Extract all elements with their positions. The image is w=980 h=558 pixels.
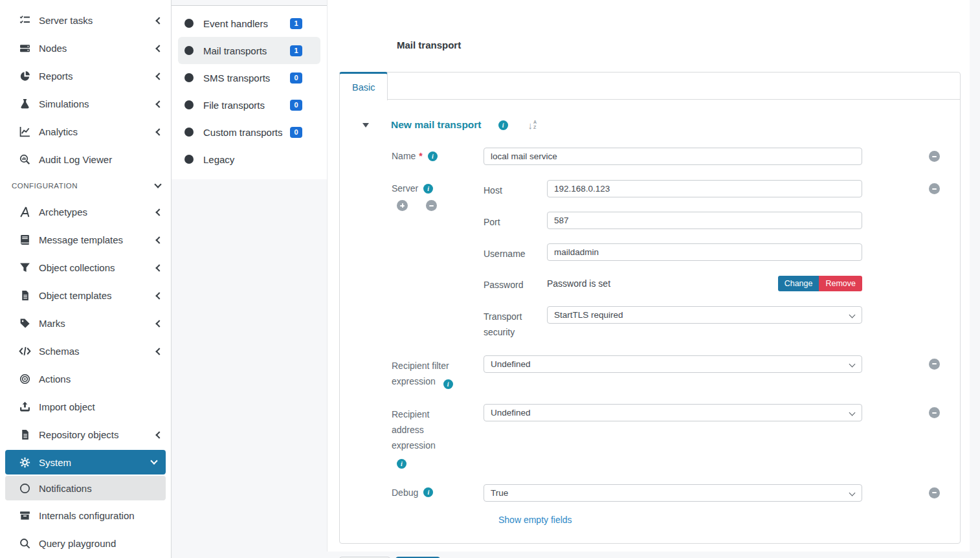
change-password-button[interactable]: Change: [778, 276, 819, 291]
list-item-mail-transports[interactable]: Mail transports 1: [178, 37, 320, 64]
sidebar-item-object-templates[interactable]: Object templates: [0, 282, 171, 309]
sidebar-item-label: Actions: [39, 374, 162, 385]
name-input[interactable]: [484, 148, 862, 165]
bullet-circle-icon: [184, 46, 194, 55]
sidebar-item-marks[interactable]: Marks: [0, 309, 171, 337]
sidebar-item-label: Audit Log Viewer: [39, 154, 162, 165]
username-input[interactable]: [547, 243, 862, 261]
archetype-icon: [18, 206, 31, 218]
upload-icon: [18, 401, 31, 412]
sidebar-item-object-collections[interactable]: Object collections: [0, 254, 171, 282]
sort-az-icon[interactable]: ↓ AZ: [528, 120, 537, 129]
server-label: Server: [392, 183, 418, 194]
sidebar-item-audit-log-viewer[interactable]: Audit Log Viewer: [0, 146, 171, 173]
sidebar-item-query-playground[interactable]: Query playground: [0, 530, 171, 557]
sidebar-item-system[interactable]: System: [5, 450, 166, 474]
remove-password-button[interactable]: Remove: [819, 276, 862, 291]
gear-icon: [18, 457, 31, 468]
info-icon[interactable]: i: [428, 151, 438, 161]
bullet-circle-icon: [184, 128, 194, 137]
tag-icon: [18, 318, 31, 329]
sidebar-item-label: Object templates: [39, 290, 157, 301]
sidebar-item-actions[interactable]: Actions: [0, 365, 171, 393]
sidebar-item-simulations[interactable]: Simulations: [0, 90, 171, 118]
list-item-legacy[interactable]: Legacy: [178, 146, 320, 173]
main-panel: Mail transport Basic New mail transport …: [327, 0, 970, 552]
sidebar-item-label: Object collections: [39, 262, 157, 273]
recipient-address-select[interactable]: Undefined: [484, 404, 862, 421]
sidebar-item-label: Archetypes: [39, 206, 157, 218]
info-icon[interactable]: i: [397, 459, 406, 469]
sidebar-item-label: Marks: [39, 318, 157, 329]
sidebar-item-nodes[interactable]: Nodes: [0, 34, 171, 62]
transport-security-row: Transport security StartTLS required: [484, 306, 862, 340]
sidebar-item-label: Nodes: [39, 43, 157, 54]
host-input[interactable]: [547, 180, 862, 197]
sidebar-item-import-object[interactable]: Import object: [0, 393, 171, 421]
info-icon[interactable]: i: [443, 379, 453, 389]
remove-field-button[interactable]: [929, 183, 940, 194]
sidebar-item-notifications[interactable]: Notifications: [5, 476, 166, 500]
flask-icon: [18, 98, 31, 109]
chevron-left-icon: [155, 100, 162, 107]
recipient-filter-select[interactable]: Undefined: [484, 355, 862, 373]
sidebar-item-label: Schemas: [39, 346, 157, 357]
remove-server-button[interactable]: [426, 200, 437, 211]
document-icon: [18, 290, 31, 301]
sidebar-item-message-templates[interactable]: Message templates: [0, 226, 171, 254]
sidebar-item-server-tasks[interactable]: Server tasks: [0, 6, 171, 34]
password-status: Password is set: [547, 278, 778, 289]
tab-basic[interactable]: Basic: [339, 72, 388, 100]
count-badge: 0: [290, 73, 302, 84]
sidebar-item-archetypes[interactable]: Archetypes: [0, 198, 171, 226]
remove-field-button[interactable]: [929, 407, 940, 418]
debug-label: Debug: [392, 487, 418, 498]
search-icon: [18, 538, 31, 549]
chevron-left-icon: [155, 73, 162, 80]
add-server-button[interactable]: [397, 200, 408, 211]
sidebar-item-analytics[interactable]: Analytics: [0, 118, 171, 146]
transport-type-list: Event handlers 1 Mail transports 1 SMS t…: [172, 5, 327, 179]
sidebar-item-schemas[interactable]: Schemas: [0, 337, 171, 365]
list-item-sms-transports[interactable]: SMS transports 0: [178, 64, 320, 91]
required-asterisk: *: [419, 151, 422, 161]
list-item-file-transports[interactable]: File transports 0: [178, 91, 320, 118]
debug-select[interactable]: True: [484, 484, 862, 502]
info-icon[interactable]: i: [423, 487, 433, 497]
sidebar-item-label: Analytics: [39, 126, 157, 137]
name-row: Name * i: [392, 148, 941, 165]
remove-field-button[interactable]: [929, 151, 940, 162]
chevron-left-icon: [155, 292, 162, 299]
chevron-left-icon: [155, 208, 162, 216]
sidebar-item-repository-objects[interactable]: Repository objects: [0, 421, 171, 449]
recipient-address-label: Recipient address expression: [392, 409, 436, 451]
chevron-down-icon: [150, 457, 157, 464]
sidebar-item-internals-configuration[interactable]: Internals configuration: [0, 502, 171, 530]
transport-security-select[interactable]: StartTLS required: [547, 306, 862, 324]
pie-chart-icon: [18, 71, 31, 82]
transport-security-label: Transport security: [484, 306, 547, 340]
remove-field-button[interactable]: [929, 487, 940, 498]
host-label: Host: [484, 180, 547, 199]
bullet-circle-icon: [184, 100, 194, 109]
sidebar-item-label: Reports: [39, 71, 157, 82]
sidebar-item-label: Import object: [39, 401, 162, 412]
sidebar-section-configuration[interactable]: CONFIGURATION: [0, 173, 171, 198]
sidebar-item-label: Repository objects: [39, 429, 157, 440]
info-icon[interactable]: i: [498, 120, 508, 130]
port-label: Port: [484, 212, 547, 230]
port-input[interactable]: [547, 212, 862, 229]
info-icon[interactable]: i: [423, 184, 433, 194]
archive-icon: [18, 510, 31, 521]
collapse-caret-icon[interactable]: [362, 123, 369, 128]
list-item-event-handlers[interactable]: Event handlers 1: [178, 10, 320, 37]
remove-field-button[interactable]: [929, 359, 940, 370]
show-empty-fields-link[interactable]: Show empty fields: [498, 515, 572, 525]
chevron-left-icon: [155, 264, 162, 271]
recipient-filter-row: Recipient filter expression i Undefined: [392, 355, 941, 390]
sidebar-item-reports[interactable]: Reports: [0, 62, 171, 90]
page-title: Mail transport: [397, 39, 970, 50]
list-item-custom-transports[interactable]: Custom transports 0: [178, 118, 320, 146]
form-title: New mail transport: [391, 119, 482, 131]
sidebar-item-label: Notifications: [39, 483, 157, 494]
